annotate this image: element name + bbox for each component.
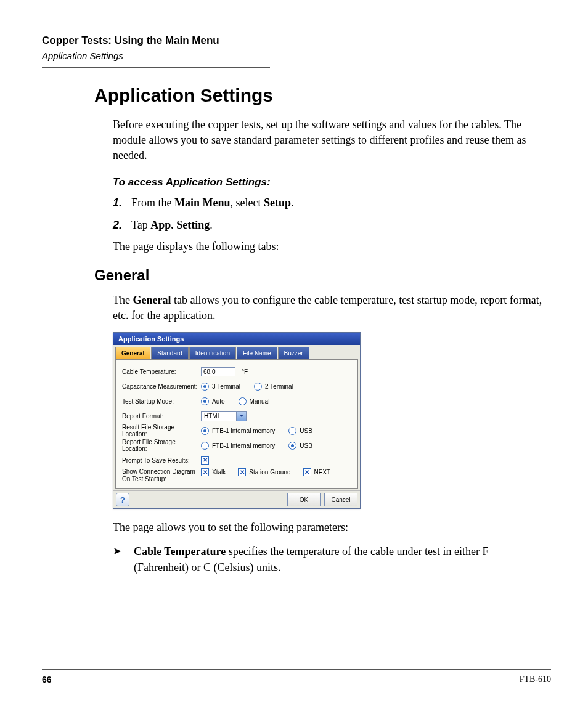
cable-temp-input[interactable] xyxy=(201,367,235,376)
radio-report-internal[interactable]: FTB-1 internal memory xyxy=(201,442,275,450)
section-subtitle: Application Settings xyxy=(42,51,551,61)
report-format-select[interactable]: HTML xyxy=(201,411,247,421)
bullet-cable-temperature: ➤ Cable Temperature specifies the temper… xyxy=(113,544,545,575)
parameters-intro: The page allows you to set the following… xyxy=(113,520,545,535)
tab-identification[interactable]: Identification xyxy=(189,347,236,359)
tab-general[interactable]: General xyxy=(115,347,150,359)
radio-dot-icon xyxy=(201,442,209,450)
connection-diagram-label: Show Connection Diagram On Test Startup: xyxy=(122,468,201,483)
radio-dot-icon xyxy=(201,397,209,405)
general-intro: The General tab allows you to configure … xyxy=(113,293,545,323)
help-button[interactable]: ? xyxy=(116,493,129,506)
dialog-titlebar: Application Settings xyxy=(113,333,360,345)
checkbox-next[interactable]: NEXT xyxy=(303,468,331,476)
cancel-button[interactable]: Cancel xyxy=(324,493,357,506)
radio-manual[interactable]: Manual xyxy=(239,397,270,405)
radio-3-terminal[interactable]: 3 Terminal xyxy=(201,383,240,391)
settings-dialog: Application Settings General Standard Id… xyxy=(113,332,361,509)
page-title: Application Settings xyxy=(94,85,551,106)
checkbox-icon xyxy=(201,468,209,476)
result-location-label: Result File Storage Location: xyxy=(122,424,201,437)
radio-report-usb[interactable]: USB xyxy=(288,442,312,450)
bullet-arrow-icon: ➤ xyxy=(113,544,125,575)
report-format-label: Report Format: xyxy=(122,413,201,420)
tabs-intro: The page displays the following tabs: xyxy=(113,239,545,254)
capacitance-label: Capacitance Measurement: xyxy=(122,383,201,390)
radio-dot-icon xyxy=(201,383,209,391)
chevron-down-icon xyxy=(236,412,246,421)
chapter-title: Copper Tests: Using the Main Menu xyxy=(42,34,551,47)
checkbox-icon xyxy=(238,468,246,476)
radio-dot-icon xyxy=(254,383,262,391)
radio-dot-icon xyxy=(239,397,247,405)
page-number: 66 xyxy=(42,675,52,684)
dialog-footer: ? OK Cancel xyxy=(113,490,360,508)
tab-bar: General Standard Identification File Nam… xyxy=(113,345,360,359)
radio-dot-icon xyxy=(288,427,296,435)
radio-auto[interactable]: Auto xyxy=(201,397,225,405)
tab-standard[interactable]: Standard xyxy=(151,347,189,359)
cable-temp-unit: °F xyxy=(242,368,248,375)
checkbox-xtalk[interactable]: Xtalk xyxy=(201,468,226,476)
ok-button[interactable]: OK xyxy=(287,493,321,506)
checkbox-station-ground[interactable]: Station Ground xyxy=(238,468,290,476)
step-number: 1. xyxy=(113,195,131,211)
tab-buzzer[interactable]: Buzzer xyxy=(278,347,309,359)
radio-2-terminal[interactable]: 2 Terminal xyxy=(254,383,293,391)
model-number: FTB-610 xyxy=(520,675,551,684)
startup-mode-label: Test Startup Mode: xyxy=(122,398,201,405)
radio-result-internal[interactable]: FTB-1 internal memory xyxy=(201,427,275,435)
radio-dot-icon xyxy=(288,442,296,450)
settings-panel: Cable Temperature: °F Capacitance Measur… xyxy=(115,359,358,489)
step-number: 2. xyxy=(113,217,131,233)
footer-rule xyxy=(42,669,551,670)
prompt-save-label: Prompt To Save Results: xyxy=(122,457,201,464)
access-heading: To access Application Settings: xyxy=(113,175,545,190)
header-rule xyxy=(42,67,270,68)
step-1: 1. From the Main Menu, select Setup. xyxy=(113,195,545,211)
radio-dot-icon xyxy=(201,427,209,435)
radio-result-usb[interactable]: USB xyxy=(288,427,312,435)
general-heading: General xyxy=(94,267,551,284)
tab-file-name[interactable]: File Name xyxy=(237,347,277,359)
prompt-save-checkbox[interactable] xyxy=(201,456,209,465)
checkbox-icon xyxy=(303,468,311,476)
step-2: 2. Tap App. Setting. xyxy=(113,217,545,233)
intro-paragraph: Before executing the copper tests, set u… xyxy=(113,117,545,164)
cable-temp-label: Cable Temperature: xyxy=(122,368,201,375)
report-location-label: Report File Storage Location: xyxy=(122,439,201,452)
